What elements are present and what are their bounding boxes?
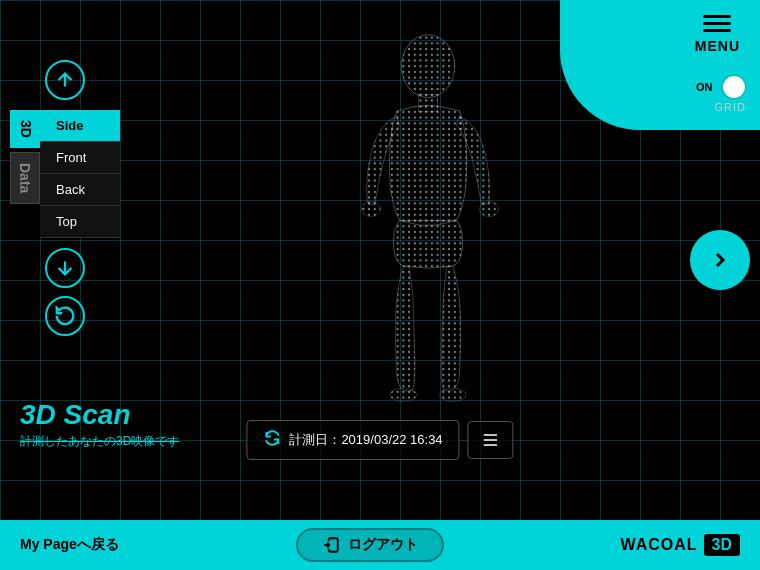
- logout-button[interactable]: ログアウト: [296, 528, 444, 562]
- back-link[interactable]: My Pageへ戻る: [20, 536, 119, 554]
- reset-button[interactable]: [45, 296, 85, 336]
- svg-point-5: [390, 388, 417, 401]
- menu-area[interactable]: MENU: [695, 15, 740, 54]
- brand-name: WACOAL: [620, 536, 697, 554]
- list-button[interactable]: [468, 421, 514, 459]
- view-options: Side Front Back Top: [40, 110, 120, 238]
- main-viewport: MENU ON GRID 3D Data Side Front: [0, 0, 760, 520]
- date-pill: 計測日：2019/03/22 16:34: [246, 420, 459, 460]
- scan-subtitle: 計測したあなたの3D映像です: [20, 433, 179, 450]
- rotate-down-button[interactable]: [45, 248, 85, 288]
- view-option-side[interactable]: Side: [40, 110, 120, 142]
- wacoal-logo: WACOAL 3D: [620, 534, 740, 556]
- rotate-up-button[interactable]: [45, 60, 85, 100]
- svg-point-4: [480, 201, 499, 216]
- model-area: [160, 20, 700, 440]
- toggle-circle: [723, 76, 745, 98]
- human-3d-model: [340, 30, 520, 430]
- svg-point-3: [361, 201, 380, 216]
- 3d-data-tabs: 3D Data: [10, 110, 40, 238]
- tabs-and-options: 3D Data Side Front Back Top: [10, 110, 120, 238]
- menu-icon[interactable]: [703, 15, 731, 32]
- brand-3d: 3D: [704, 534, 740, 556]
- grid-label: GRID: [715, 101, 747, 113]
- tab-3d-button[interactable]: 3D: [10, 110, 40, 148]
- view-option-back[interactable]: Back: [40, 174, 120, 206]
- next-arrow-button[interactable]: [690, 230, 750, 290]
- measurement-date: 計測日：2019/03/22 16:34: [289, 431, 442, 449]
- measurement-date-bar: 計測日：2019/03/22 16:34: [246, 420, 513, 460]
- svg-point-1: [401, 35, 454, 98]
- left-panel: 3D Data Side Front Back Top: [10, 60, 120, 336]
- grid-toggle-switch[interactable]: ON: [690, 75, 746, 99]
- tab-data-button[interactable]: Data: [10, 152, 40, 204]
- sync-icon: [263, 429, 281, 451]
- svg-point-6: [440, 388, 467, 401]
- view-option-front[interactable]: Front: [40, 142, 120, 174]
- scan-title: 3D Scan: [20, 401, 179, 429]
- logout-label: ログアウト: [348, 536, 418, 554]
- grid-toggle-area[interactable]: ON GRID: [690, 75, 746, 113]
- bottom-bar: My Pageへ戻る ログアウト WACOAL 3D: [0, 520, 760, 570]
- view-option-top[interactable]: Top: [40, 206, 120, 238]
- scan-label-area: 3D Scan 計測したあなたの3D映像です: [20, 401, 179, 450]
- menu-label: MENU: [695, 38, 740, 54]
